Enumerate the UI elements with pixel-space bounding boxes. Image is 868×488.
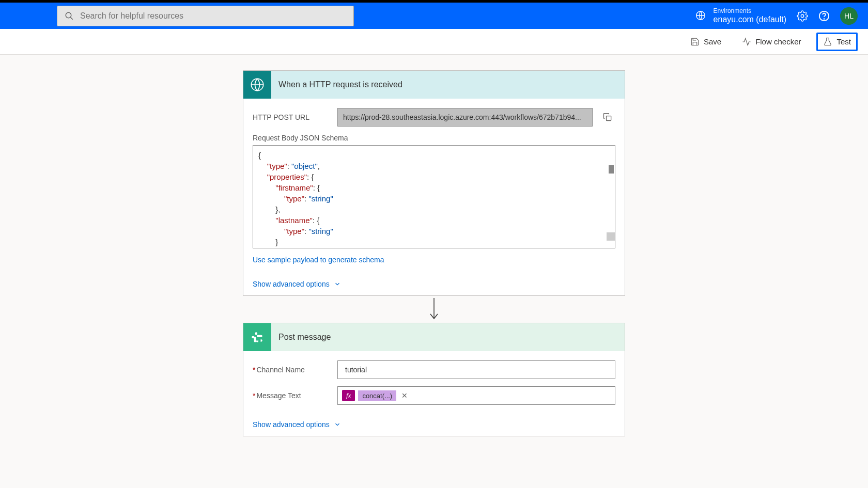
show-advanced-action[interactable]: Show advanced options <box>253 420 615 429</box>
app-header: Environments enayu.com (default) HL <box>0 0 868 29</box>
message-text-label: Message Text <box>253 391 330 400</box>
svg-point-0 <box>66 12 71 18</box>
test-button[interactable]: Test <box>816 33 858 51</box>
url-label: HTTP POST URL <box>253 113 330 121</box>
search-box[interactable] <box>57 6 354 26</box>
channel-name-input[interactable]: tutorial <box>337 360 615 379</box>
trigger-header[interactable]: When a HTTP request is received <box>243 71 625 99</box>
search-icon <box>65 11 74 21</box>
token-remove-button[interactable]: ✕ <box>399 391 410 400</box>
schema-label: Request Body JSON Schema <box>253 134 615 142</box>
chevron-down-icon <box>334 280 341 288</box>
environment-picker[interactable]: Environments enayu.com (default) <box>695 7 786 25</box>
search-input[interactable] <box>80 11 346 21</box>
http-connector-icon <box>243 71 271 99</box>
expression-token[interactable]: fx <box>342 390 355 401</box>
chevron-down-icon <box>334 421 341 428</box>
svg-point-5 <box>824 19 825 19</box>
svg-point-3 <box>801 14 804 18</box>
sample-payload-link[interactable]: Use sample payload to generate schema <box>253 256 384 264</box>
svg-rect-8 <box>607 116 611 121</box>
message-text-input[interactable]: fx concat(...) ✕ <box>337 386 615 405</box>
trigger-card: When a HTTP request is received HTTP POS… <box>243 70 625 296</box>
channel-name-label: Channel Name <box>253 366 330 374</box>
flow-canvas: When a HTTP request is received HTTP POS… <box>0 55 868 452</box>
action-card: Post message Channel Name tutorial Messa… <box>243 323 625 436</box>
copy-url-button[interactable] <box>600 109 615 125</box>
help-icon[interactable] <box>818 10 830 22</box>
toolbar: Save Flow checker Test <box>0 29 868 55</box>
http-post-url-field[interactable]: https://prod-28.southeastasia.logic.azur… <box>337 108 593 127</box>
save-button[interactable]: Save <box>685 34 726 50</box>
svg-line-1 <box>70 17 73 20</box>
schema-editor[interactable]: { "type": "object", "properties": { "fir… <box>253 145 615 248</box>
trigger-title: When a HTTP request is received <box>271 80 402 89</box>
action-title: Post message <box>271 333 331 342</box>
environment-name: enayu.com (default) <box>714 14 786 24</box>
settings-icon[interactable] <box>797 10 808 22</box>
slack-connector-icon <box>243 323 271 351</box>
action-header[interactable]: Post message <box>243 323 625 351</box>
flow-checker-button[interactable]: Flow checker <box>737 34 806 50</box>
expression-text: concat(...) <box>358 390 396 401</box>
scrollbar-thumb[interactable] <box>609 165 614 174</box>
avatar[interactable]: HL <box>840 7 858 25</box>
environment-icon <box>695 10 706 21</box>
fx-icon: fx <box>346 391 351 400</box>
show-advanced-trigger[interactable]: Show advanced options <box>253 280 615 288</box>
scrollbar-button[interactable] <box>607 232 615 241</box>
connector-arrow <box>243 296 625 323</box>
environment-label: Environments <box>714 7 786 14</box>
